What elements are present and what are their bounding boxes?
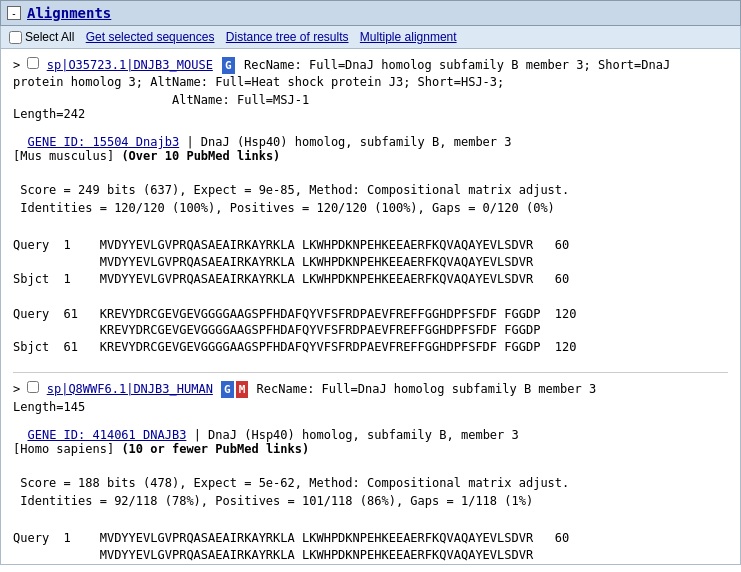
result-prefix-2: >: [13, 382, 20, 396]
gene-desc-1: | DnaJ (Hsp40) homolog, subfamily B, mem…: [186, 135, 511, 149]
sbjct-row-1a: Sbjct 1 MVDYYEVLGVPRQASAEAIRKAYRKLA LKWH…: [13, 271, 728, 288]
get-selected-sequences-link[interactable]: Get selected sequences: [86, 30, 215, 44]
gene-desc-2: | DnaJ (Hsp40) homolog, subfamily B, mem…: [194, 428, 519, 442]
gene-id-link-1[interactable]: GENE ID: 15504 Dnajb3: [27, 135, 179, 149]
page-title: Alignments: [27, 5, 111, 21]
query-row-1b: Query 61 KREVYDRCGEVGEVGGGGAAGSPFHDAFQYV…: [13, 306, 728, 323]
query-row-1a: Query 1 MVDYYEVLGVPRQASAEAIRKAYRKLA LKWH…: [13, 237, 728, 254]
multiple-alignment-link[interactable]: Multiple alignment: [360, 30, 457, 44]
result-header-2: > sp|Q8WWF6.1|DNJB3_HUMAN GM RecName: Fu…: [13, 381, 728, 398]
collapse-icon: -: [12, 8, 15, 19]
sequence-link-2[interactable]: sp|Q8WWF6.1|DNJB3_HUMAN: [47, 382, 213, 396]
g-badge-2: G: [221, 381, 234, 398]
select-all-text: Select All: [25, 30, 74, 44]
alignments-header: - Alignments: [0, 0, 741, 26]
organism-pubmed-2: [Homo sapiens] (10 or fewer PubMed links…: [13, 442, 728, 456]
sbjct-row-1b: Sbjct 61 KREVYDRCGEVGEVGGGGAAGSPFHDAFQYV…: [13, 339, 728, 356]
result-length-2: Length=145: [13, 400, 728, 414]
select-all-label[interactable]: Select All: [9, 30, 74, 44]
toolbar-separator-1: [78, 30, 81, 44]
score-block-1: Score = 249 bits (637), Expect = 9e-85, …: [13, 181, 728, 217]
middle-row-2a: MVDYYEVLGVPRQASAEAIRKAYRKLA LKWHPDKNPEHK…: [13, 547, 728, 564]
pubmed-bold-2: (10 or fewer PubMed links): [121, 442, 309, 456]
distance-tree-link[interactable]: Distance tree of results: [226, 30, 349, 44]
toolbar-separator-2: [218, 30, 221, 44]
result-checkbox-1[interactable]: [27, 57, 39, 69]
score-line-2a: Score = 188 bits (478), Expect = 5e-62, …: [13, 474, 728, 492]
score-line-1b: Identities = 120/120 (100%), Positives =…: [13, 199, 728, 217]
result-block-1: > sp|O35723.1|DNJB3_MOUSE G RecName: Ful…: [13, 57, 728, 356]
result-prefix-1: >: [13, 58, 20, 72]
alignment-block-1a: Query 1 MVDYYEVLGVPRQASAEAIRKAYRKLA LKWH…: [13, 237, 728, 287]
m-badge-2: M: [236, 381, 249, 398]
result-desc-2: RecName: Full=DnaJ homolog subfamily B m…: [257, 382, 597, 396]
result-divider: [13, 372, 728, 373]
alignment-block-1b: Query 61 KREVYDRCGEVGEVGGGGAAGSPFHDAFQYV…: [13, 306, 728, 356]
select-all-checkbox[interactable]: [9, 31, 22, 44]
pubmed-bold-1: (Over 10 PubMed links): [121, 149, 280, 163]
toolbar: Select All Get selected sequences Distan…: [0, 26, 741, 49]
result-checkbox-2[interactable]: [27, 381, 39, 393]
gene-id-line-2: GENE ID: 414061 DNAJB3 | DnaJ (Hsp40) ho…: [13, 428, 728, 442]
collapse-button[interactable]: -: [7, 6, 21, 20]
middle-row-1a: MVDYYEVLGVPRQASAEAIRKAYRKLA LKWHPDKNPEHK…: [13, 254, 728, 271]
result-header-1: > sp|O35723.1|DNJB3_MOUSE G RecName: Ful…: [13, 57, 728, 91]
toolbar-separator-3: [353, 30, 356, 44]
organism-2: [Homo sapiens]: [13, 442, 114, 456]
gene-id-link-2[interactable]: GENE ID: 414061 DNAJB3: [27, 428, 186, 442]
score-line-1a: Score = 249 bits (637), Expect = 9e-85, …: [13, 181, 728, 199]
middle-row-1b: KREVYDRCGEVGEVGGGGAAGSPFHDAFQYVFSFRDPAEV…: [13, 322, 728, 339]
score-line-2b: Identities = 92/118 (78%), Positives = 1…: [13, 492, 728, 510]
gene-badge-1: G: [222, 57, 235, 74]
alignment-block-2a: Query 1 MVDYYEVLGVPRQASAEAIRKAYRKLA LKWH…: [13, 530, 728, 565]
result-block-2: > sp|Q8WWF6.1|DNJB3_HUMAN GM RecName: Fu…: [13, 381, 728, 565]
pubmed-1: (Over 10 PubMed links): [121, 149, 280, 163]
organism-1: [Mus musculus]: [13, 149, 114, 163]
sequence-link-1[interactable]: sp|O35723.1|DNJB3_MOUSE: [47, 58, 213, 72]
query-row-2a: Query 1 MVDYYEVLGVPRQASAEAIRKAYRKLA LKWH…: [13, 530, 728, 547]
result-altname-1: AltName: Full=MSJ-1: [13, 93, 728, 107]
sbjct-row-2a: Sbjct 1 MVDYYEVLDVPRQASSEAIKKAYRKLALKWHP…: [13, 564, 728, 565]
main-content: > sp|O35723.1|DNJB3_MOUSE G RecName: Ful…: [0, 49, 741, 565]
score-block-2: Score = 188 bits (478), Expect = 5e-62, …: [13, 474, 728, 510]
organism-pubmed-1: [Mus musculus] (Over 10 PubMed links): [13, 149, 728, 163]
gene-id-line-1: GENE ID: 15504 Dnajb3 | DnaJ (Hsp40) hom…: [13, 135, 728, 149]
result-length-1: Length=242: [13, 107, 728, 121]
pubmed-2: (10 or fewer PubMed links): [121, 442, 309, 456]
